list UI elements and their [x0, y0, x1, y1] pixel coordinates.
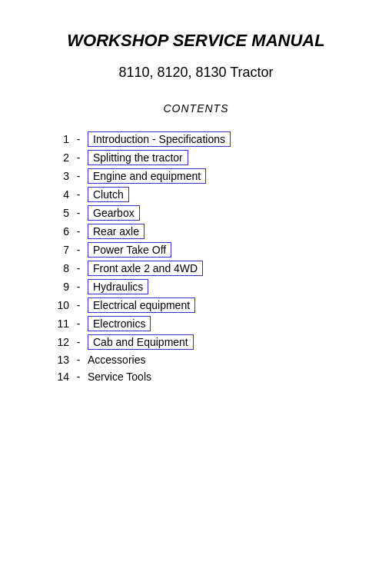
toc-dash: - [69, 151, 88, 164]
toc-label[interactable]: Cab and Equipment [88, 334, 194, 350]
toc-number: 12 [46, 336, 69, 348]
toc-number: 9 [46, 281, 69, 293]
toc-row[interactable]: 5-Gearbox [46, 204, 346, 222]
toc-number: 6 [46, 225, 69, 238]
toc-number: 1 [46, 133, 69, 145]
toc-dash: - [69, 281, 88, 293]
toc-row[interactable]: 6-Rear axle [46, 222, 346, 241]
toc-row[interactable]: 9-Hydraulics [46, 278, 346, 296]
toc-number: 7 [46, 244, 69, 256]
toc-row[interactable]: 4-Clutch [46, 185, 346, 204]
toc-label[interactable]: Electrical equipment [88, 297, 195, 313]
toc-label[interactable]: Power Take Off [88, 242, 171, 258]
toc-dash: - [69, 317, 88, 330]
toc-number: 5 [46, 207, 69, 219]
toc-row[interactable]: 2-Splitting the tractor [46, 148, 346, 167]
toc-label[interactable]: Introduction - Specifications [88, 131, 231, 147]
toc-label[interactable]: Clutch [88, 187, 129, 202]
toc-row[interactable]: 12-Cab and Equipment [46, 333, 346, 351]
toc-row[interactable]: 13-Accessories [46, 351, 346, 368]
toc-number: 3 [46, 170, 69, 182]
toc-label[interactable]: Gearbox [88, 205, 140, 221]
toc-dash: - [69, 299, 88, 311]
toc-dash: - [69, 225, 88, 238]
toc-dash: - [69, 244, 88, 256]
main-title: WORKSHOP SERVICE MANUAL [67, 31, 324, 51]
toc-row[interactable]: 14-Service Tools [46, 368, 346, 385]
toc-dash: - [69, 170, 88, 182]
toc-dash: - [69, 262, 88, 274]
toc-row[interactable]: 11-Electronics [46, 314, 346, 333]
toc-label: Accessories [88, 353, 145, 367]
toc-label[interactable]: Engine and equipment [88, 168, 206, 184]
toc-row[interactable]: 1-Introduction - Specifications [46, 130, 346, 148]
toc-dash: - [69, 336, 88, 348]
toc-label[interactable]: Splitting the tractor [88, 150, 188, 165]
toc-label: Service Tools [88, 370, 151, 384]
toc-label[interactable]: Electronics [88, 316, 151, 331]
toc-row[interactable]: 3-Engine and equipment [46, 167, 346, 185]
toc-number: 4 [46, 188, 69, 201]
toc-number: 14 [46, 371, 69, 383]
toc-number: 10 [46, 299, 69, 311]
toc-row[interactable]: 10-Electrical equipment [46, 296, 346, 314]
toc-row[interactable]: 8-Front axle 2 and 4WD [46, 259, 346, 278]
toc-dash: - [69, 371, 88, 383]
toc-list: 1-Introduction - Specifications2-Splitti… [46, 130, 346, 385]
toc-dash: - [69, 188, 88, 201]
toc-number: 13 [46, 354, 69, 366]
toc-number: 11 [46, 317, 69, 330]
subtitle: 8110, 8120, 8130 Tractor [118, 65, 273, 81]
toc-dash: - [69, 207, 88, 219]
toc-label[interactable]: Hydraulics [88, 279, 148, 294]
page-container: WORKSHOP SERVICE MANUAL 8110, 8120, 8130… [0, 0, 392, 575]
toc-row[interactable]: 7-Power Take Off [46, 241, 346, 259]
toc-label[interactable]: Rear axle [88, 224, 145, 239]
toc-dash: - [69, 354, 88, 366]
toc-number: 2 [46, 151, 69, 164]
toc-dash: - [69, 133, 88, 145]
toc-number: 8 [46, 262, 69, 274]
toc-label[interactable]: Front axle 2 and 4WD [88, 261, 203, 276]
contents-label: CONTENTS [164, 102, 229, 115]
